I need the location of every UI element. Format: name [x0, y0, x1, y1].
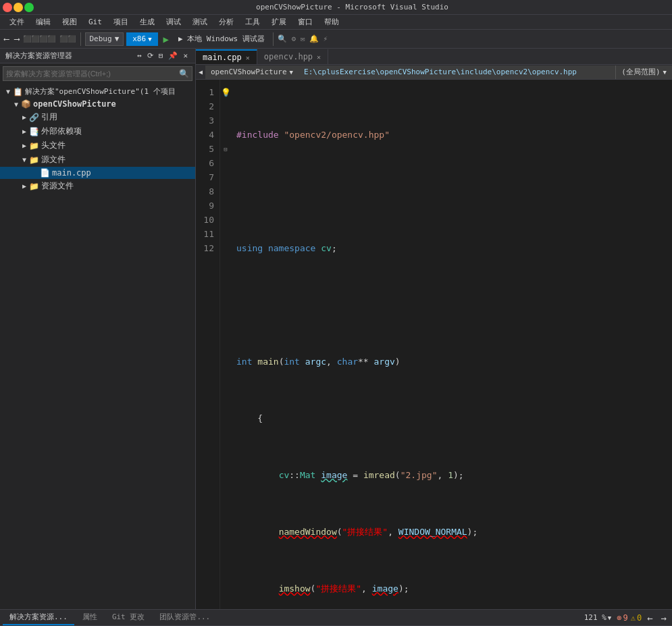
error-circle-icon: ⊗	[617, 613, 621, 623]
code-argc: argc	[305, 355, 326, 369]
tree-item-extdeps[interactable]: ▶ 📑 外部依赖项	[0, 124, 195, 138]
code-c7: ,	[437, 468, 448, 482]
tree-arrow-resources[interactable]: ▶	[20, 182, 28, 190]
indicator-8	[220, 184, 231, 199]
menu-extensions[interactable]: 扩展	[266, 16, 292, 28]
tree-item-solution[interactable]: ▼ 📋 解决方案"openCVShowPicture"(1 个项目	[0, 85, 195, 98]
menu-tools[interactable]: 工具	[240, 16, 265, 28]
toolbar-back-btn[interactable]: ⟵	[3, 34, 10, 44]
toolbar-forward-btn[interactable]: ⟶	[13, 34, 20, 44]
bottom-tab-git[interactable]: Git 更改	[105, 610, 152, 625]
tab-opencvhpp[interactable]: opencv.hpp ✕	[257, 49, 328, 64]
tree-item-sources[interactable]: ▼ 📁 源文件	[0, 153, 195, 167]
nav-scope[interactable]: (全局范围) ▼	[615, 66, 672, 79]
code-image9: image	[372, 581, 398, 596]
references-icon: 🔗	[28, 113, 39, 122]
code-namedwindow: namedWindow	[279, 525, 337, 539]
tree-item-maincpp[interactable]: 📄 main.cpp	[0, 167, 195, 179]
code-include-path: "opencv2/opencv.hpp"	[284, 128, 390, 142]
maincpp-icon: 📄	[39, 168, 50, 178]
close-btn[interactable]	[3, 3, 12, 12]
code-line-1: #include "opencv2/opencv.hpp"	[231, 128, 672, 142]
run-button[interactable]: ▶	[161, 34, 172, 45]
nav-class-dropdown[interactable]: openCVShowPicture ▼	[205, 66, 299, 79]
nav-class-label: openCVShowPicture	[211, 68, 287, 76]
zoom-display: 121 % ▼	[581, 613, 615, 622]
menu-window[interactable]: 窗口	[292, 16, 318, 28]
zoom-value: 121 %	[584, 613, 606, 622]
sidebar: 解决方案资源管理器 ↔ ⟳ ⊟ 📌 ✕ 🔍 ▼ 📋 解决方案"openCVSho…	[0, 49, 196, 609]
code-indent9	[236, 581, 279, 596]
code-eq7: =	[347, 468, 363, 482]
menu-debug[interactable]: 调试	[161, 16, 186, 28]
tab-maincpp[interactable]: main.cpp ✕	[196, 49, 257, 64]
tree-arrow-solution[interactable]: ▼	[4, 88, 12, 95]
nav-scope-arrow: ▼	[663, 69, 667, 76]
tab-opencvhpp-close[interactable]: ✕	[317, 53, 321, 61]
navigate-forward-btn[interactable]: →	[658, 612, 669, 623]
code-sp5a	[252, 355, 257, 369]
sidebar-search-input[interactable]	[6, 70, 179, 78]
headers-label: 头文件	[41, 140, 66, 151]
menu-bar: 文件 编辑 视图 Git 项目 生成 调试 测试 分析 工具 扩展 窗口 帮助	[0, 15, 672, 30]
bottom-tab-properties[interactable]: 属性	[76, 610, 104, 625]
sidebar-search-box[interactable]: 🔍	[3, 66, 192, 81]
code-paren5a: (	[279, 355, 284, 369]
tree-item-project[interactable]: ▼ 📦 openCVShowPicture	[0, 98, 195, 110]
sidebar-filter-btn[interactable]: ⊟	[157, 51, 165, 60]
extdeps-label: 外部依赖项	[41, 126, 82, 137]
code-str-cn2: "拼接结果"	[315, 581, 361, 596]
sidebar-refresh-btn[interactable]: ⟳	[145, 51, 155, 60]
project-label: openCVShowPicture	[33, 99, 116, 109]
code-p9b: );	[398, 581, 409, 596]
menu-view[interactable]: 视图	[57, 16, 82, 28]
nav-left-arrow[interactable]: ◀	[196, 68, 205, 76]
error-status: ⊗ 9	[617, 613, 627, 623]
tree-arrow-headers[interactable]: ▶	[20, 142, 28, 149]
sidebar-actions: ↔ ⟳ ⊟ 📌 ✕	[135, 51, 190, 60]
sidebar-pin-btn[interactable]: 📌	[166, 51, 180, 60]
tree-item-resources[interactable]: ▶ 📁 资源文件	[0, 179, 195, 193]
code-line-7: cv :: Mat image = imread ( "2.jpg" , 1 )…	[231, 468, 672, 482]
tree-arrow-references[interactable]: ▶	[20, 113, 28, 121]
menu-edit[interactable]: 编辑	[30, 16, 56, 28]
sidebar-sync-btn[interactable]: ↔	[135, 51, 144, 60]
tree-arrow-project[interactable]: ▼	[12, 101, 20, 108]
indicator-7	[220, 170, 231, 184]
bottom-tab-solution[interactable]: 解决方案资源...	[3, 610, 74, 625]
code-sp3b	[315, 241, 321, 255]
config-dropdown[interactable]: Debug ▼	[85, 32, 124, 46]
code-sp7	[315, 468, 321, 482]
tree-arrow-sources[interactable]: ▼	[20, 156, 28, 163]
bottom-tab-team[interactable]: 团队资源管...	[153, 610, 217, 625]
code-content[interactable]: #include "opencv2/opencv.hpp" using name…	[231, 80, 672, 609]
indicator-2	[220, 99, 231, 113]
tree-arrow-extdeps[interactable]: ▶	[20, 128, 28, 135]
tree-item-headers[interactable]: ▶ 📁 头文件	[0, 138, 195, 153]
sidebar-close-btn[interactable]: ✕	[181, 51, 190, 60]
platform-dropdown[interactable]: x86 ▼	[126, 32, 157, 46]
nav-scope-text: (全局范围)	[621, 67, 660, 77]
menu-build[interactable]: 生成	[134, 16, 160, 28]
menu-project[interactable]: 项目	[108, 16, 134, 28]
warning-status: ⚠ 0	[631, 613, 642, 623]
menu-help[interactable]: 帮助	[319, 16, 344, 28]
menu-test[interactable]: 测试	[187, 16, 213, 28]
indicator-3	[220, 113, 231, 128]
editor-area: main.cpp ✕ opencv.hpp ✕ ◀ openCVShowPict…	[196, 49, 672, 609]
tab-maincpp-close[interactable]: ✕	[246, 54, 250, 61]
run-label[interactable]: ▶ 本地 Windows 调试器	[174, 32, 269, 45]
error-count-status: 9	[623, 613, 627, 623]
menu-git[interactable]: Git	[83, 16, 107, 28]
code-editor[interactable]: 1 2 3 4 5 6 7 8 9 10 11 12 💡 ⊟	[196, 80, 672, 609]
maximize-btn[interactable]	[24, 3, 34, 12]
main-layout: 解决方案资源管理器 ↔ ⟳ ⊟ 📌 ✕ 🔍 ▼ 📋 解决方案"openCVSho…	[0, 49, 672, 609]
menu-analyze[interactable]: 分析	[213, 16, 239, 28]
code-imread: imread	[363, 468, 395, 482]
navigate-back-btn[interactable]: ←	[644, 612, 655, 623]
tree-item-references[interactable]: ▶ 🔗 引用	[0, 110, 195, 124]
line-numbers: 1 2 3 4 5 6 7 8 9 10 11 12	[196, 80, 220, 609]
tab-bar: main.cpp ✕ opencv.hpp ✕	[196, 49, 672, 65]
menu-file[interactable]: 文件	[4, 16, 30, 28]
minimize-btn[interactable]	[14, 3, 23, 12]
